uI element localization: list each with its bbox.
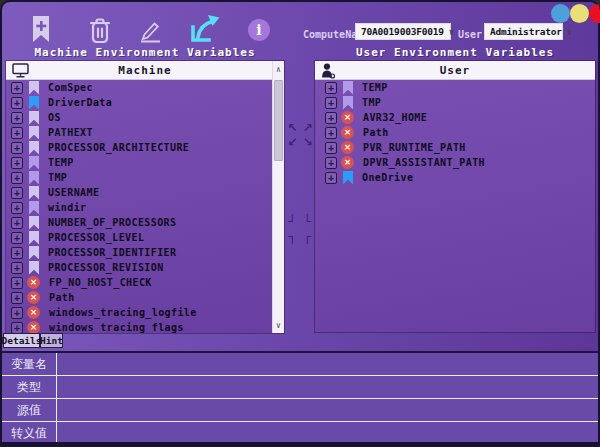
table-row-label: 源值 — [2, 399, 57, 421]
table-row-value — [57, 376, 598, 398]
expand-arrows-icon[interactable]: ↖↗↙↘ — [285, 121, 315, 149]
scroll-up-icon[interactable]: ∧ — [273, 62, 284, 76]
variable-row[interactable]: + OS — [6, 110, 272, 125]
person-icon — [321, 63, 336, 79]
expand-plus-icon[interactable]: + — [11, 82, 23, 94]
expand-plus-icon[interactable]: + — [11, 157, 23, 169]
variable-row[interactable]: + PROCESSOR_REVISION — [6, 260, 272, 275]
info-button[interactable]: i — [248, 19, 270, 41]
expand-plus-icon[interactable]: + — [325, 82, 337, 94]
variable-row[interactable]: + ComSpec — [6, 80, 272, 95]
compute-name-select[interactable]: 70A0019003F0019 ∨ — [355, 23, 451, 40]
expand-plus-icon[interactable]: + — [11, 97, 23, 109]
variable-row[interactable]: + OneDrive — [315, 170, 595, 185]
expand-plus-icon[interactable]: + — [11, 172, 23, 184]
bookmark-light-icon — [29, 186, 39, 200]
variable-row[interactable]: + USERNAME — [6, 185, 272, 200]
variable-row[interactable]: + PATHEXT — [6, 125, 272, 140]
bookmark-purple-icon — [343, 96, 353, 110]
variable-row[interactable]: + PROCESSOR_ARCHITECTURE — [6, 140, 272, 155]
user-select[interactable]: Administrator ∨ — [484, 23, 563, 40]
bookmark-purple-icon — [29, 156, 39, 170]
window-control-yellow[interactable] — [570, 4, 589, 23]
window-background: i ComputeName 70A0019003F0019 ∨ User Adm… — [2, 2, 598, 442]
variable-name: TEMP — [48, 157, 74, 168]
expand-plus-icon[interactable]: + — [11, 322, 23, 334]
bookmark-add-button[interactable] — [30, 15, 52, 43]
variable-row[interactable]: + PROCESSOR_IDENTIFIER — [6, 245, 272, 260]
user-section-title: User Environment Variables — [314, 46, 596, 58]
delete-button[interactable] — [86, 16, 113, 44]
expand-plus-icon[interactable]: + — [325, 127, 337, 139]
variable-row[interactable]: + TEMP — [315, 80, 595, 95]
machine-list-scrollbar[interactable]: ∧ ∨ — [272, 61, 284, 333]
tab-hint-label: Hint — [40, 335, 63, 346]
expand-plus-icon[interactable]: + — [11, 247, 23, 259]
variable-name: Path — [49, 292, 75, 303]
bookmark-purple-icon — [29, 201, 39, 215]
variable-name: PROCESSOR_REVISION — [48, 262, 164, 273]
error-icon — [27, 306, 40, 319]
expand-plus-icon[interactable]: + — [325, 142, 337, 154]
error-icon — [341, 111, 354, 124]
tab-details[interactable]: Details — [3, 333, 40, 348]
variable-name: windows_tracing_logfile — [49, 307, 197, 318]
variable-row[interactable]: + TMP — [315, 95, 595, 110]
variable-name: ComSpec — [48, 82, 93, 93]
expand-plus-icon[interactable]: + — [11, 262, 23, 274]
bookmark-light-icon — [29, 246, 39, 260]
monitor-icon — [12, 63, 29, 78]
expand-plus-icon[interactable]: + — [11, 307, 23, 319]
variable-name: OneDrive — [362, 172, 413, 183]
expand-plus-icon[interactable]: + — [11, 142, 23, 154]
trash-icon — [87, 17, 113, 44]
export-button[interactable] — [187, 12, 221, 44]
window-control-red[interactable] — [589, 4, 600, 23]
variable-row[interactable]: + Path — [6, 290, 272, 305]
expand-plus-icon[interactable]: + — [325, 97, 337, 109]
error-icon — [341, 141, 354, 154]
scrollbar-thumb[interactable] — [274, 80, 283, 161]
bookmark-blue-icon — [29, 96, 39, 110]
variable-row[interactable]: + PVR_RUNTIME_PATH — [315, 140, 595, 155]
variable-row[interactable]: + DriverData — [6, 95, 272, 110]
variable-name: TMP — [362, 97, 381, 108]
variable-row[interactable]: + FP_NO_HOST_CHECK — [6, 275, 272, 290]
window-control-blue[interactable] — [551, 4, 570, 23]
variable-row[interactable]: + windows_tracing_flags — [6, 320, 272, 333]
expand-plus-icon[interactable]: + — [325, 157, 337, 169]
expand-plus-icon[interactable]: + — [11, 112, 23, 124]
edit-button[interactable] — [136, 18, 164, 43]
variable-row[interactable]: + PROCESSOR_LEVEL — [6, 230, 272, 245]
expand-plus-icon[interactable]: + — [11, 277, 23, 289]
expand-plus-icon[interactable]: + — [11, 202, 23, 214]
expand-plus-icon[interactable]: + — [325, 172, 337, 184]
variable-row[interactable]: + windows_tracing_logfile — [6, 305, 272, 320]
expand-plus-icon[interactable]: + — [11, 187, 23, 199]
table-row-label: 类型 — [2, 376, 57, 398]
user-panel: User + TEMP + TMP — [314, 60, 596, 333]
scroll-down-icon[interactable]: ∨ — [273, 318, 284, 332]
tab-hint[interactable]: Hint — [40, 333, 63, 348]
table-row: 源值 — [2, 399, 598, 422]
expand-plus-icon[interactable]: + — [11, 127, 23, 139]
variable-name: windows_tracing_flags — [49, 322, 184, 333]
variable-row[interactable]: + Path — [315, 125, 595, 140]
table-row: 类型 — [2, 376, 598, 399]
variable-row[interactable]: + DPVR_ASSISTANT_PATH — [315, 155, 595, 170]
bookmark-purple-icon — [343, 81, 353, 95]
variable-name: AVR32_HOME — [363, 112, 427, 123]
expand-plus-icon[interactable]: + — [11, 217, 23, 229]
variable-row[interactable]: + TEMP — [6, 155, 272, 170]
variable-row[interactable]: + windir — [6, 200, 272, 215]
variable-row[interactable]: + NUMBER_OF_PROCESSORS — [6, 215, 272, 230]
variable-name: NUMBER_OF_PROCESSORS — [48, 217, 176, 228]
table-row-value — [57, 399, 598, 421]
expand-plus-icon[interactable]: + — [11, 232, 23, 244]
variable-row[interactable]: + TMP — [6, 170, 272, 185]
variable-row[interactable]: + AVR32_HOME — [315, 110, 595, 125]
table-row-label: 变量名 — [2, 353, 57, 375]
collapse-corners-icon[interactable]: ┘└┐┌ — [285, 214, 315, 244]
expand-plus-icon[interactable]: + — [325, 112, 337, 124]
expand-plus-icon[interactable]: + — [11, 292, 23, 304]
